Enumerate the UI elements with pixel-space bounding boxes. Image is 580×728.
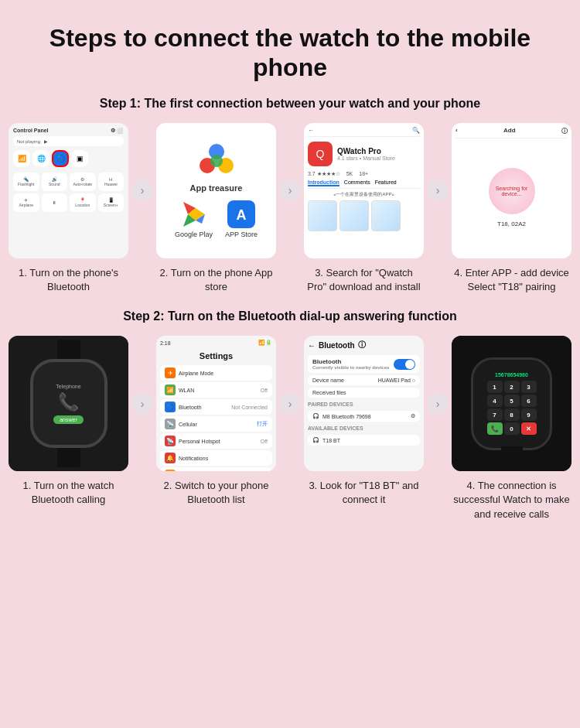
- cp-media-player: Not playing ▶: [13, 136, 124, 146]
- bt-back-arrow: ←: [308, 341, 316, 350]
- google-play-label: Google Play: [175, 231, 213, 238]
- wf2-key-2[interactable]: 2: [504, 381, 520, 393]
- step1-cards-row: Control Panel ⚙ ⬜ Not playing ▶ 📶 🌐 🔵 ▣ …: [15, 123, 565, 258]
- wf2-key-5[interactable]: 5: [504, 395, 520, 407]
- bt-device-name-value: HUAWEI Pad ○: [378, 378, 415, 383]
- ad-title: Add: [503, 127, 516, 135]
- wf2-key-1[interactable]: 1: [487, 381, 503, 393]
- ad-searching-animation: Searching for device...: [489, 168, 535, 214]
- step2-card-settings: 2:18 📶🔋 Settings ✈ Airplane Mode 📶 WLAN …: [156, 336, 276, 471]
- cp-quick-row: 📶 🌐 🔵 ▣: [13, 150, 124, 167]
- step2-captions-row: 1. Turn on the watch Bluetooth calling 2…: [15, 479, 565, 521]
- bt-title: Bluetooth: [319, 341, 355, 350]
- cp-extra-icon: ▣: [71, 150, 88, 167]
- svg-point-3: [210, 155, 223, 167]
- sm-bluetooth: 🔵 Bluetooth Not Connected: [160, 399, 272, 415]
- step1-arrow-2[interactable]: ›: [279, 179, 301, 201]
- bt-toggle-switch[interactable]: [394, 359, 415, 370]
- sm-notifications-label: Notifications: [179, 456, 208, 461]
- bt-toggle-label: Bluetooth: [312, 358, 389, 365]
- bt-toggle-row: Bluetooth Currently visible to nearby de…: [308, 355, 420, 373]
- bt-device-name-row: Device name HUAWEI Pad ○: [308, 375, 420, 385]
- qw-screenshot-2: [339, 200, 369, 231]
- step1-arrow-1[interactable]: ›: [131, 179, 153, 201]
- wf2-keypad-grid: 1 2 3 4 5 6 7 8 9 📞 0 ✕: [481, 381, 543, 435]
- wf2-key-7[interactable]: 7: [487, 408, 503, 421]
- qw-app-sub: 4.1 stars • Manual Store: [337, 156, 395, 161]
- qw-back: ←: [308, 127, 314, 134]
- control-panel-mockup: Control Panel ⚙ ⬜ Not playing ▶ 📶 🌐 🔵 ▣ …: [9, 123, 128, 258]
- main-title: Steps to connect the watch to the mobile…: [15, 15, 565, 83]
- step2-arrow-1[interactable]: ›: [131, 393, 153, 415]
- qw-tabs: Introduction Comments Featured: [308, 179, 420, 189]
- qw-screenshots: [308, 200, 420, 231]
- sm-cellular-value: 打开: [257, 420, 268, 428]
- watch-strap-bottom: [57, 448, 80, 467]
- bt-info-icon: ⓘ: [358, 340, 366, 350]
- google-play-icon: [180, 200, 208, 228]
- cp-icons: ⚙ ⬜: [111, 128, 124, 134]
- app-treasure-icon: [198, 142, 235, 179]
- qw-desc: «一个在家里设备使用的APP»: [308, 191, 420, 198]
- sm-wlan: 📶 WLAN Off: [160, 382, 272, 398]
- sm-cellular-label: Cellular: [179, 422, 197, 427]
- cp-bluetooth-icon: 🔵: [52, 150, 69, 167]
- bt-paired-section: PAIRED DEVICES: [308, 402, 420, 407]
- qw-search: 🔍: [412, 127, 420, 134]
- sm-notifications-icon: 🔔: [165, 453, 176, 463]
- wf2-key-0[interactable]: 0: [504, 422, 520, 435]
- qw-app-info: QWatch Pro 4.1 stars • Manual Store: [337, 147, 395, 161]
- ad-device-name: T18, 02A2: [497, 220, 526, 227]
- sm-cellular-icon: 📡: [165, 419, 176, 429]
- sm-bluetooth-label: Bluetooth: [179, 405, 202, 410]
- bt-device-name-label: Device name: [312, 378, 344, 383]
- step1-card-adddevice: ‹ Add ⓘ Searching for device... T18, 02A…: [452, 123, 571, 258]
- wf2-key-3[interactable]: 3: [521, 381, 537, 393]
- wf2-key-call[interactable]: 📞: [487, 422, 503, 435]
- bt-available-name: T18 BT: [322, 438, 340, 443]
- cp-airplane: ✈Airplane: [13, 193, 39, 212]
- step1-arrow-3[interactable]: ›: [427, 179, 449, 201]
- step2-arrow-2[interactable]: ›: [279, 393, 301, 415]
- cp-auto: ⚙Auto-rotate: [70, 173, 96, 191]
- add-device-mockup: ‹ Add ⓘ Searching for device... T18, 02A…: [452, 123, 571, 258]
- cp-pause: ⏸: [42, 193, 68, 212]
- cp-grid: 🔦Flashlight 🔊Sound ⚙Auto-rotate HHuawei …: [13, 173, 124, 212]
- qw-screenshot-3: [371, 200, 401, 231]
- watch-phone-icon: 📞: [58, 392, 79, 412]
- wf2-phone-number: 15678654980: [495, 372, 528, 378]
- cp-network-icon: 🌐: [32, 150, 49, 167]
- qw-tab-comments[interactable]: Comments: [344, 179, 370, 186]
- qw-top-bar: ← 🔍: [308, 127, 420, 137]
- step2-caption-1: 1. Turn on the watch Bluetooth calling: [9, 479, 128, 521]
- wf2-key-end[interactable]: ✕: [521, 422, 537, 435]
- wf2-key-6[interactable]: 6: [521, 395, 537, 407]
- wf2-key-9[interactable]: 9: [521, 408, 537, 421]
- cp-flashlight: 🔦Flashlight: [13, 173, 39, 191]
- step2-arrow-3[interactable]: ›: [427, 393, 449, 415]
- step1-caption-3: 3. Search for "Qwatch Pro" download and …: [304, 266, 424, 294]
- bt-available-icon: 🎧: [312, 437, 319, 443]
- bt-received-row: Received files: [308, 388, 420, 398]
- sm-time: 2:18: [160, 340, 171, 346]
- step2-label: Step 2: Turn on the Bluetooth dial-up an…: [15, 309, 565, 323]
- cp-wifi-icon: 📶: [13, 150, 30, 167]
- qw-tab-intro[interactable]: Introduction: [308, 179, 339, 186]
- bt-paired-name: M8 Bluetooth 79698: [322, 414, 371, 419]
- qw-installs: 5K: [346, 171, 353, 177]
- wf2-key-4[interactable]: 4: [487, 395, 503, 407]
- ad-back: ‹: [455, 127, 458, 135]
- watch-bt-display: Telephone 📞 answer: [9, 336, 128, 471]
- bt-available-device: 🎧 T18 BT: [308, 435, 420, 446]
- step2-cards-row: Telephone 📞 answer › 2:18 📶🔋 Settings ✈ …: [15, 336, 565, 471]
- sm-sounds-icon: 🔊: [165, 470, 176, 471]
- qw-tab-featured[interactable]: Featured: [375, 179, 397, 186]
- wf2-key-8[interactable]: 8: [504, 408, 520, 421]
- step1-card-bluetooth: Control Panel ⚙ ⬜ Not playing ▶ 📶 🌐 🔵 ▣ …: [9, 123, 128, 258]
- sm-wlan-icon: 📶: [165, 385, 176, 395]
- step1-captions-row: 1. Turn on the phone's Bluetooth 2. Turn…: [15, 266, 565, 294]
- sm-wlan-label: WLAN: [179, 388, 194, 393]
- settings-mockup: 2:18 📶🔋 Settings ✈ Airplane Mode 📶 WLAN …: [156, 336, 276, 471]
- cp-location: 📍Location: [70, 193, 96, 212]
- qw-app-row: Q QWatch Pro 4.1 stars • Manual Store: [308, 139, 420, 169]
